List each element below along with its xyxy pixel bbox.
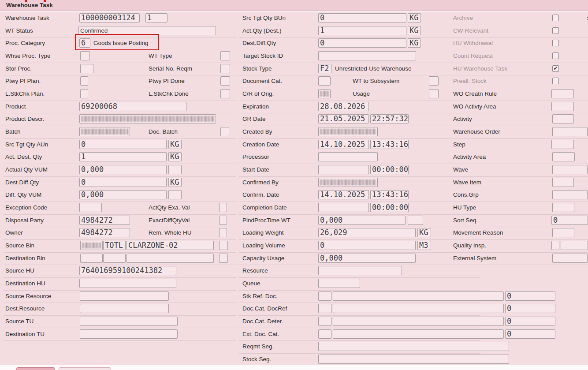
external-system-field-1[interactable] <box>552 254 588 263</box>
expiration-field-1[interactable]: 28.08.2026 <box>318 102 369 111</box>
activity-area-field-1[interactable] <box>552 152 575 161</box>
src-tgt-qty-bun-unit[interactable]: KG <box>408 13 421 22</box>
resource-field-1[interactable] <box>318 266 402 275</box>
wo-creatn-rule-field-1[interactable] <box>551 89 574 98</box>
dest-diff-qty-mid-unit[interactable]: KG <box>408 38 421 48</box>
creation-date-field-1[interactable]: 14.10.2025 <box>318 140 369 149</box>
start-date-field-1[interactable] <box>318 165 369 174</box>
wave-item-field-1[interactable] <box>552 178 574 187</box>
wo-activty-area-field-1[interactable] <box>551 102 574 111</box>
product-field-1[interactable]: 69200068 <box>79 102 186 111</box>
dest-diff-qty-left-field-1[interactable]: 0 <box>79 178 167 187</box>
source-bin-field-2[interactable]: TOTL <box>103 241 126 250</box>
warehouse-task-item-field[interactable]: 1 <box>145 13 167 22</box>
stk-ref-doc-field-2[interactable] <box>333 292 504 301</box>
destination-bin-field-2[interactable] <box>103 254 126 263</box>
act-qty-dest-field-1[interactable]: 1 <box>318 26 406 35</box>
destination-bin-field-3[interactable] <box>127 254 214 263</box>
plndproctime-wt-unit[interactable] <box>408 216 423 225</box>
dest-resource-field-1[interactable] <box>80 304 169 313</box>
quality-insp-field-2[interactable] <box>561 241 588 250</box>
bottom-tab-right[interactable] <box>59 367 111 370</box>
source-bin-field-4[interactable] <box>219 241 228 250</box>
sort-seq-field-1[interactable]: 0 <box>551 216 588 225</box>
cw-relevant-checkbox[interactable] <box>552 27 559 34</box>
batch-field-1[interactable] <box>79 127 130 136</box>
actqty-exa-val-field[interactable] <box>219 203 227 212</box>
exactdiffqtyval-field[interactable] <box>219 216 227 225</box>
cr-of-orig-field-1[interactable] <box>318 89 331 98</box>
act-qty-dest-unit[interactable]: KG <box>408 26 421 35</box>
warehouse-task-field-1[interactable]: 100000003124 <box>79 13 140 22</box>
queue-field-1[interactable] <box>318 279 360 288</box>
hu-type-field-1[interactable] <box>552 203 574 212</box>
exception-code-field-1[interactable] <box>79 203 102 212</box>
confirmed-by-field-1[interactable] <box>318 178 378 187</box>
destination-tu-field-1[interactable] <box>80 329 178 339</box>
dest-diff-qty-mid-field-1[interactable]: 0 <box>318 38 406 48</box>
act-dest-qty-field-1[interactable]: 1 <box>79 152 167 161</box>
step-field-1[interactable] <box>551 140 574 149</box>
source-tu-field-1[interactable] <box>80 317 178 326</box>
stk-ref-doc-count[interactable]: 0 <box>505 292 555 301</box>
loading-weight-field-1[interactable]: 26,029 <box>318 228 416 237</box>
created-by-field-1[interactable] <box>318 127 378 136</box>
plndproctime-wt-field-1[interactable]: 0,000 <box>318 216 406 225</box>
stock-type-field-1[interactable]: F2 <box>318 64 331 73</box>
actual-qty-vum-unit[interactable] <box>168 165 182 174</box>
dest-diff-qty-left-unit[interactable]: KG <box>168 178 182 187</box>
diff-qty-vum-unit[interactable] <box>168 190 182 199</box>
src-tgt-qty-bun-field-1[interactable]: 0 <box>318 13 406 22</box>
quality-insp-field-1[interactable] <box>551 241 559 250</box>
rem-whole-hu-field[interactable] <box>219 228 227 237</box>
doc-cat-docref-field-2[interactable] <box>333 304 504 313</box>
cons-grp-field-1[interactable] <box>552 190 588 199</box>
confirm-time-field[interactable]: 13:43:16 <box>370 190 409 199</box>
loading-volume-unit[interactable]: M3 <box>417 241 431 250</box>
movement-reason-field-1[interactable] <box>552 228 574 237</box>
ext-doc-cat-field-2[interactable] <box>333 329 504 339</box>
doc-cat-deter-field-2[interactable] <box>333 317 504 326</box>
hu-warehouse-task-checkbox[interactable]: ✔ <box>552 65 559 72</box>
completion-date-field-1[interactable] <box>318 203 369 212</box>
usage-field[interactable] <box>429 89 439 98</box>
stk-ref-doc-field-1[interactable] <box>318 292 331 301</box>
target-stock-id-field-1[interactable] <box>318 51 416 60</box>
disposal-party-field-1[interactable]: 4984272 <box>79 216 130 225</box>
destination-hu-field-1[interactable] <box>79 279 176 288</box>
ext-doc-cat-field-1[interactable] <box>318 329 331 339</box>
doc-cat-deter-count[interactable]: 0 <box>505 317 555 326</box>
confirm-date-field-1[interactable]: 14.10.2025 <box>318 190 369 199</box>
act-dest-qty-unit[interactable]: KG <box>168 152 182 161</box>
doc-cat-docref-count[interactable]: 0 <box>505 304 555 313</box>
doc-cat-deter-field-1[interactable] <box>318 317 331 326</box>
lstkchk-done-field[interactable] <box>220 89 230 98</box>
document-cat-field-1[interactable] <box>318 76 331 86</box>
diff-qty-vum-field-1[interactable]: 0,000 <box>79 190 167 199</box>
bottom-tab-left[interactable] <box>16 367 55 370</box>
capacity-usage-field-1[interactable]: 0,000 <box>318 254 416 263</box>
count-request-checkbox[interactable] <box>552 52 559 59</box>
hu-withdrawal-checkbox[interactable] <box>552 40 559 46</box>
serial-no-reqm-field[interactable] <box>220 64 230 73</box>
source-resource-field-1[interactable] <box>80 292 169 301</box>
gr-time-field[interactable]: 22:57:32 <box>370 114 409 123</box>
owner-field-1[interactable]: 4984272 <box>79 228 130 237</box>
src-tgt-qty-aun-field-1[interactable]: 0 <box>79 140 167 149</box>
preall-stock-checkbox[interactable] <box>552 78 559 84</box>
wt-type-field[interactable] <box>220 51 230 60</box>
stor-proc-field-1[interactable] <box>80 64 93 73</box>
doc-cat-docref-field-1[interactable] <box>318 304 331 313</box>
source-bin-field-1[interactable] <box>80 241 103 250</box>
completion-time-field[interactable]: 00:00:00 <box>370 203 409 212</box>
ptwy-pi-plan-field-1[interactable] <box>80 76 88 86</box>
reqmt-seg-field-1[interactable] <box>318 342 509 351</box>
loading-weight-unit[interactable]: KG <box>417 228 431 237</box>
destination-bin-field-4[interactable] <box>219 254 228 263</box>
creation-time-field[interactable]: 13:43:16 <box>370 140 409 149</box>
source-hu-field-1[interactable]: 764016959100241382 <box>79 266 176 275</box>
product-descr-field-1[interactable] <box>79 114 216 123</box>
gr-date-field-1[interactable]: 21.05.2025 <box>318 114 369 123</box>
processor-field-1[interactable] <box>318 152 378 161</box>
ptwy-pi-done-field[interactable] <box>220 76 230 86</box>
